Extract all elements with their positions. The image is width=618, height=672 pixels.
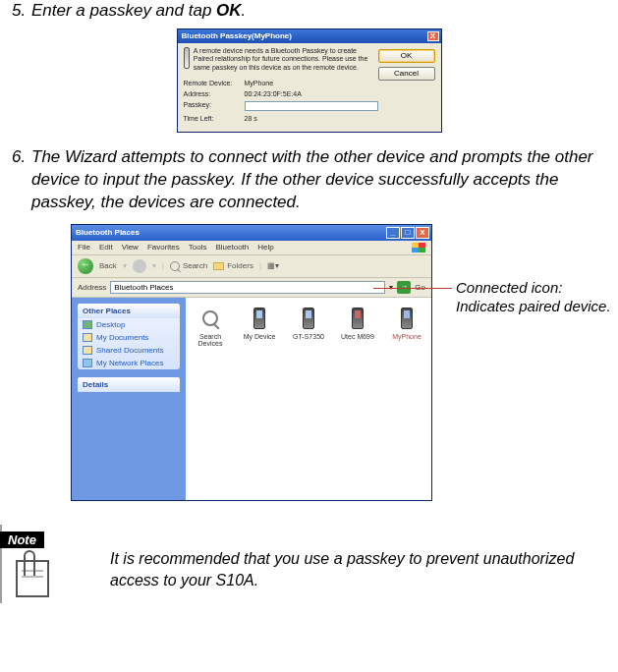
address-input[interactable]: [110, 281, 385, 294]
phone-icon: [184, 47, 190, 69]
close-icon[interactable]: X: [427, 31, 439, 41]
maximize-button[interactable]: □: [401, 227, 415, 239]
search-button[interactable]: Search: [170, 261, 207, 271]
shared-icon: [83, 346, 92, 355]
details-panel: Details: [78, 377, 180, 392]
other-places-panel: Other Places Desktop My Documents Shared…: [78, 304, 180, 369]
connected-phone-icon: [401, 308, 413, 329]
step-5-number: 5.: [12, 0, 31, 23]
device-gt-s7350[interactable]: GT-S7350: [290, 306, 327, 340]
menu-bluetooth[interactable]: Bluetooth: [215, 243, 249, 252]
phone-icon: [352, 308, 364, 329]
content-area: Search Devices My Device GT-S7350 Utec M…: [186, 298, 431, 500]
forward-button[interactable]: [133, 259, 146, 273]
ok-button[interactable]: OK: [378, 49, 435, 63]
passkey-label: Passkey:: [184, 101, 245, 111]
timeleft-label: Time Left:: [184, 115, 245, 122]
device-mydevice[interactable]: My Device: [241, 306, 278, 340]
documents-icon: [83, 333, 92, 342]
dialog-titlebar: Bluetooth Passkey(MyPhone) X: [178, 29, 441, 43]
device-search[interactable]: Search Devices: [192, 306, 229, 347]
desktop-icon: [83, 320, 92, 329]
phone-icon: [253, 308, 265, 329]
folders-button[interactable]: Folders: [213, 261, 253, 270]
window-titlebar: Bluetooth Places _ □ X: [72, 225, 431, 241]
folder-icon: [213, 262, 224, 270]
search-icon: [170, 261, 180, 271]
dialog-title: Bluetooth Passkey(MyPhone): [182, 31, 427, 40]
step-6: 6. The Wizard attempts to connect with t…: [0, 146, 618, 214]
menu-help[interactable]: Help: [257, 243, 273, 252]
sidebar-item-network[interactable]: My Network Places: [78, 357, 180, 369]
window-title: Bluetooth Places: [76, 228, 386, 237]
windows-flag-icon: [412, 243, 425, 252]
back-button[interactable]: [78, 258, 93, 274]
address-value: 00:24:23:0F:5E:4A: [245, 90, 378, 97]
menu-view[interactable]: View: [122, 243, 139, 252]
minimize-button[interactable]: _: [386, 227, 400, 239]
step-5-text: Enter a passkey and tap OK.: [31, 0, 606, 23]
timeleft-value: 28 s: [245, 115, 378, 122]
step-6-number: 6.: [12, 146, 31, 214]
bluetooth-passkey-dialog: Bluetooth Passkey(MyPhone) X A remote de…: [177, 28, 442, 133]
toolbar: Back ▾ ▾ | Search Folders | ▦▾: [72, 255, 431, 278]
menu-file[interactable]: File: [78, 243, 90, 252]
callout-line: [373, 288, 452, 289]
note-text: It is recommended that you use a passkey…: [110, 531, 606, 597]
address-label: Address: [78, 283, 106, 292]
note-badge: Note: [0, 532, 44, 548]
menu-tools[interactable]: Tools: [189, 243, 207, 252]
step-5: 5. Enter a passkey and tap OK.: [0, 0, 618, 23]
sidebar-item-mydocs[interactable]: My Documents: [78, 331, 180, 344]
sidebar-item-desktop[interactable]: Desktop: [78, 318, 180, 331]
passkey-input[interactable]: [245, 101, 378, 111]
paperclip-icon: [14, 554, 51, 597]
dialog-message: A remote device needs a Bluetooth Passke…: [194, 47, 378, 72]
views-button[interactable]: ▦▾: [267, 261, 279, 270]
device-myphone[interactable]: MyPhone: [388, 306, 425, 340]
step-6-text: The Wizard attempts to connect with the …: [31, 146, 606, 214]
network-icon: [83, 359, 92, 367]
remote-device-label: Remote Device:: [184, 80, 245, 86]
device-utec-m699[interactable]: Utec M699: [339, 306, 376, 340]
back-label: Back: [99, 261, 117, 270]
note-block: Note It is recommended that you use a pa…: [0, 525, 606, 603]
search-devices-icon: [202, 310, 218, 326]
sidebar-item-shareddocs[interactable]: Shared Documents: [78, 344, 180, 357]
menu-edit[interactable]: Edit: [99, 243, 113, 252]
menu-favorites[interactable]: Favorites: [147, 243, 180, 252]
cancel-button[interactable]: Cancel: [378, 67, 435, 81]
close-button[interactable]: X: [416, 227, 429, 239]
callout-text: Connected icon: Indicates paired device.: [456, 278, 613, 316]
details-title: Details: [78, 377, 180, 392]
phone-icon: [303, 308, 314, 329]
address-label: Address:: [184, 90, 245, 97]
menu-bar: File Edit View Favorites Tools Bluetooth…: [72, 241, 431, 255]
side-panel: Other Places Desktop My Documents Shared…: [72, 298, 186, 500]
other-places-title: Other Places: [78, 304, 180, 318]
remote-device-value: MyPhone: [245, 80, 378, 86]
bluetooth-places-window: Bluetooth Places _ □ X File Edit View Fa…: [71, 224, 432, 501]
